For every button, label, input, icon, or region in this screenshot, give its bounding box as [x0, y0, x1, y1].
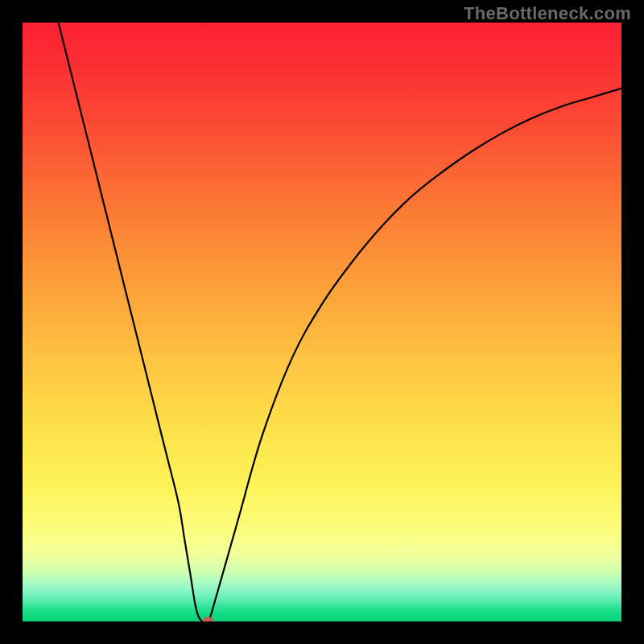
bottleneck-curve — [59, 23, 621, 621]
watermark-text: TheBottleneck.com — [464, 3, 631, 24]
chart-svg — [23, 23, 621, 621]
optimal-point-marker — [203, 617, 213, 622]
chart-plot-area — [23, 23, 621, 621]
